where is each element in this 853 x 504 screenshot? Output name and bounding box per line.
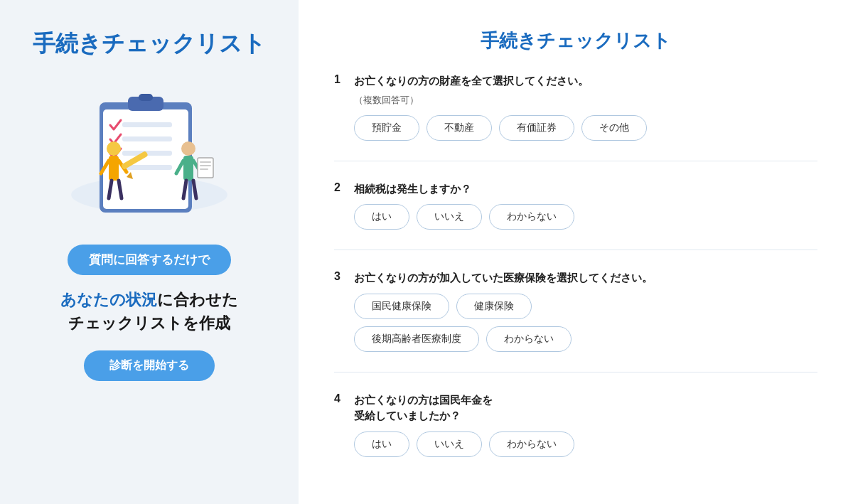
question-text-3: お亡くなりの方が加入していた医療保険を選択してください。 xyxy=(354,270,653,286)
svg-point-9 xyxy=(107,141,121,156)
left-tagline: あなたの状況に合わせたチェックリストを作成 xyxy=(60,288,238,335)
svg-rect-6 xyxy=(122,136,172,141)
svg-rect-4 xyxy=(139,94,153,101)
question-section-3: 3 お亡くなりの方が加入していた医療保険を選択してください。 国民健康保険 健康… xyxy=(334,270,817,372)
options-row-3b: 後期高齢者医療制度 わからない xyxy=(354,326,817,352)
question-text-4: お亡くなりの方は国民年金を受給していましたか？ xyxy=(354,392,493,424)
question-row-2: 2 相続税は発生しますか？ xyxy=(334,181,817,198)
option-1-2[interactable]: 不動産 xyxy=(426,115,492,141)
left-panel: 手続きチェックリスト xyxy=(0,0,299,504)
question-row-1: 1 お亡くなりの方の財産を全て選択してください。 xyxy=(334,73,817,90)
svg-rect-5 xyxy=(122,122,172,127)
svg-rect-10 xyxy=(109,156,119,181)
right-panel: 手続きチェックリスト 1 お亡くなりの方の財産を全て選択してください。 （複数回… xyxy=(299,0,853,504)
svg-rect-18 xyxy=(183,156,193,181)
option-1-1[interactable]: 預貯金 xyxy=(354,115,419,141)
question-section-1: 1 お亡くなりの方の財産を全て選択してください。 （複数回答可） 預貯金 不動産… xyxy=(334,73,817,161)
svg-rect-26 xyxy=(200,168,208,170)
option-4-2[interactable]: いいえ xyxy=(417,431,482,457)
question-text-1: お亡くなりの方の財産を全て選択してください。 xyxy=(354,73,589,90)
options-row-3: 国民健康保険 健康保険 xyxy=(354,294,817,319)
question-section-2: 2 相続税は発生しますか？ はい いいえ わからない xyxy=(334,181,817,251)
start-button[interactable]: 診断を開始する xyxy=(84,350,215,381)
option-2-3[interactable]: わからない xyxy=(489,204,574,230)
option-3-4[interactable]: わからない xyxy=(486,326,572,352)
options-row-1: 預貯金 不動産 有価証券 その他 xyxy=(354,115,817,141)
illustration xyxy=(50,81,249,223)
question-number-4: 4 xyxy=(334,392,354,405)
left-title: 手続きチェックリスト xyxy=(33,28,266,60)
option-1-3[interactable]: 有価証券 xyxy=(499,115,574,141)
option-2-2[interactable]: いいえ xyxy=(417,204,482,230)
cta-pill: 質問に回答するだけで xyxy=(68,245,231,275)
option-2-1[interactable]: はい xyxy=(354,204,409,230)
svg-rect-23 xyxy=(198,158,213,178)
svg-point-17 xyxy=(181,141,195,156)
question-text-2: 相続税は発生しますか？ xyxy=(354,181,471,198)
tagline-highlight: あなたの状況 xyxy=(60,291,157,309)
option-3-2[interactable]: 健康保険 xyxy=(456,294,532,319)
question-number-3: 3 xyxy=(334,270,354,283)
question-sub-1: （複数回答可） xyxy=(354,94,817,107)
option-1-4[interactable]: その他 xyxy=(581,115,647,141)
svg-rect-25 xyxy=(200,165,211,166)
question-row-3: 3 お亡くなりの方が加入していた医療保険を選択してください。 xyxy=(334,270,817,286)
question-row-4: 4 お亡くなりの方は国民年金を受給していましたか？ xyxy=(334,392,817,424)
option-3-3[interactable]: 後期高齢者医療制度 xyxy=(354,326,479,352)
option-4-3[interactable]: わからない xyxy=(489,431,574,457)
right-title: 手続きチェックリスト xyxy=(334,28,817,53)
main-container: 手続きチェックリスト xyxy=(0,0,853,504)
question-section-4: 4 お亡くなりの方は国民年金を受給していましたか？ はい いいえ わからない xyxy=(334,392,817,477)
question-number-1: 1 xyxy=(334,73,354,86)
question-number-2: 2 xyxy=(334,181,354,194)
svg-rect-24 xyxy=(200,161,211,163)
option-4-1[interactable]: はい xyxy=(354,431,409,457)
option-3-1[interactable]: 国民健康保険 xyxy=(354,294,449,319)
options-row-4: はい いいえ わからない xyxy=(354,431,817,457)
options-row-2: はい いいえ わからない xyxy=(354,204,817,230)
